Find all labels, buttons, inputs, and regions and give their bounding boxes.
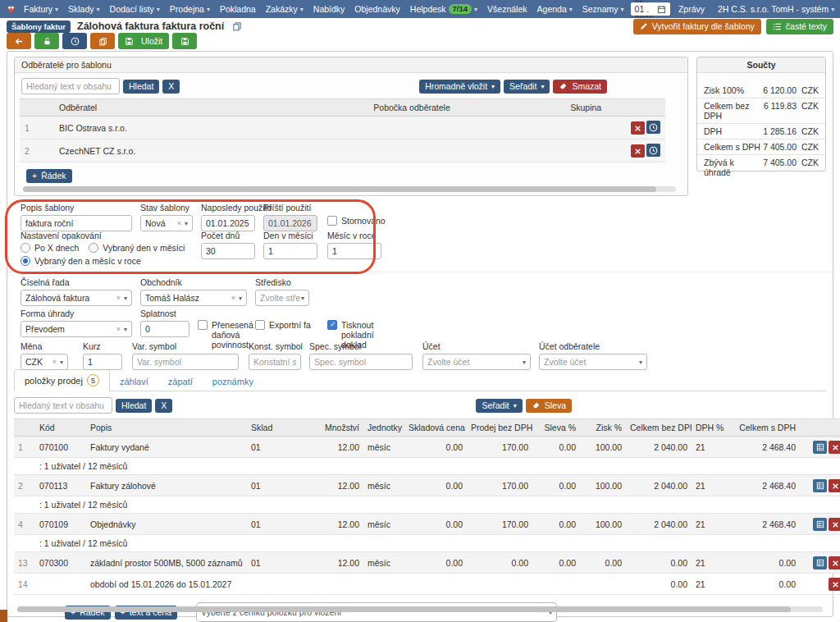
items-discount-button[interactable]: Sleva [526,399,572,413]
pocet-dnu-input[interactable] [201,243,255,259]
delete-row-button[interactable] [631,144,645,158]
nav-menu-sklady[interactable]: Sklady▾ [63,4,105,14]
app-logo-icon[interactable] [5,2,17,16]
date-picker[interactable]: 02 . 01 . 2026 [631,2,670,16]
item-detail-button[interactable] [813,479,827,492]
row-history-button[interactable] [646,144,660,157]
item-quantity: 12.00 [317,437,363,458]
nav-menu-helpdesk[interactable]: Helpdesk7/14▾ [405,4,482,14]
row-history-button[interactable] [646,121,660,134]
item-row[interactable]: 13070300základní prostor 500MB, 5000 záz… [14,552,840,574]
duplicate-button[interactable] [90,33,115,49]
konst-symbol-input[interactable] [249,354,301,370]
item-detail-button[interactable] [813,556,827,569]
customers-search-button[interactable]: Hledat [123,80,159,94]
customers-sort-button[interactable]: Seřadit ▾ [504,80,550,94]
item-row[interactable]: 1070100Faktury vydané0112.00měsíc0.00170… [14,437,840,458]
create-invoices-from-template-button[interactable]: Vytvořit faktury dle šablony [633,19,761,34]
pricelist-select[interactable]: Vyberte z ceníku položku pro vložení ▾ [196,602,557,622]
history-button[interactable] [62,33,87,49]
nav-menu-prodejna[interactable]: Prodejna▾ [165,4,215,14]
radio-den-v-mesici[interactable]: Vybraný den v měsíci [89,243,185,253]
customers-clear-search-button[interactable]: X [162,80,180,94]
save-alt-button[interactable] [172,33,197,49]
ucet-odberatele-select[interactable]: Zvolte účet ▾ [539,354,647,370]
customers-delete-button[interactable]: Smazat [553,80,607,94]
clear-icon[interactable]: × [116,325,121,333]
stav-sablony-select[interactable]: Nová ×▾ [140,215,193,231]
customer-name: CzechNET CZ s.r.o. [54,139,305,162]
den-v-mesici-input[interactable] [263,243,317,259]
customers-horizontal-scrollbar[interactable] [23,186,676,192]
nav-menu-zakázky[interactable]: Zakázky▾ [261,4,308,14]
items-search-button[interactable]: Hledat [116,399,152,413]
tab-poznámky[interactable]: poznámky [203,373,263,391]
nav-menu-agenda[interactable]: Agenda▾ [532,4,578,14]
delete-row-button[interactable] [829,556,840,569]
clear-icon[interactable]: × [177,219,181,227]
mesic-v-roce-input[interactable] [327,243,381,259]
delete-row-button[interactable] [829,518,840,531]
frequent-texts-button[interactable]: časté texty [766,19,833,34]
nav-menu-label: Pokladna [220,4,256,14]
bulk-insert-button[interactable]: Hromadně vložit ▾ [419,80,500,94]
item-detail-button[interactable] [813,441,827,454]
clear-icon[interactable]: × [231,294,235,302]
module-badge[interactable]: Šablony faktur [7,21,71,33]
customers-add-row-button[interactable]: + Řádek [26,169,72,183]
item-detail-button[interactable] [813,518,827,531]
customer-row[interactable]: 1BIC Ostrava s.r.o. [20,117,665,139]
delete-row-button[interactable] [829,578,840,591]
item-sale-price: 0.00 [467,552,532,574]
stredisko-select[interactable]: Zvolte stře... ▾ [255,290,309,306]
item-vat-rate: 21 [692,514,726,535]
nav-menu-dodací-listy[interactable]: Dodací listy▾ [105,4,165,14]
item-row[interactable]: 4070109Objednávky0112.00měsíc0.00170.000… [14,514,840,535]
radio-po-x-dnech[interactable]: Po X dnech [21,243,79,253]
items-clear-search-button[interactable]: X [155,399,172,413]
ciselna-rada-select[interactable]: Zálohová faktura ×▾ [21,290,132,306]
nav-user-menu[interactable]: 2H C.S. s.r.o. TomH - systém ▾ [713,4,839,14]
item-row[interactable]: 2070113Faktury zálohové0112.00měsíc0.001… [14,475,840,496]
clear-icon[interactable]: × [52,358,57,366]
naposledy-input[interactable] [201,215,255,231]
mena-select[interactable]: CZK ×▾ [21,354,68,370]
nav-menu-objednávky[interactable]: Objednávky [349,4,404,14]
exportni-checkbox[interactable]: Exportní fa [255,320,311,330]
back-button[interactable] [7,33,31,49]
delete-row-button[interactable] [631,121,645,135]
stornovano-checkbox[interactable]: Stornováno [327,216,386,226]
popis-sablony-input[interactable] [21,215,132,231]
copy-title-icon[interactable] [232,21,242,31]
nav-menu-všeználek[interactable]: Všeználek [482,4,532,14]
tab-záhlaví[interactable]: záhlaví [110,373,158,391]
nav-menu-faktury[interactable]: Faktury▾ [19,4,63,14]
items-search-input[interactable] [14,397,112,414]
nav-menu-seznamy[interactable]: Seznamy▾ [578,4,629,14]
kurz-input[interactable] [83,354,122,370]
item-row[interactable]: 14období od 15.01.2026 do 15.01.20270.00… [14,574,840,595]
splatnost-input[interactable] [140,321,189,337]
clear-icon[interactable]: × [116,294,121,302]
unlock-button[interactable] [34,33,59,49]
nav-menu-pokladna[interactable]: Pokladna [215,4,261,14]
ucet-select[interactable]: Zvolte účet ▾ [422,354,531,370]
delete-row-button[interactable] [829,441,840,454]
spec-symbol-input[interactable] [309,354,413,370]
totals-value: 6 119.83 [764,101,797,121]
items-sort-button[interactable]: Seřadit ▾ [476,399,522,413]
tab-zápatí[interactable]: zápatí [158,373,203,391]
nav-messages[interactable]: Zprávy [673,4,710,14]
customers-search-input[interactable] [21,78,120,94]
tab-položky-prodej[interactable]: položky prodej5 [14,369,110,391]
forma-uhrady-select[interactable]: Převodem ×▾ [21,321,132,337]
save-button[interactable]: Uložit [118,33,169,49]
obchodnik-select[interactable]: Tomáš Halász ×▾ [140,290,247,306]
nav-menu-nabídky[interactable]: Nabídky [308,4,350,14]
page-horizontal-scrollbar[interactable] [17,606,823,612]
radio-den-a-mesic-v-roce[interactable]: Vybraný den a měsíc v roce [21,256,185,266]
customer-row[interactable]: 2CzechNET CZ s.r.o. [20,139,665,162]
delete-row-button[interactable] [829,479,840,492]
stav-value: Nová [145,218,176,228]
var-symbol-input[interactable] [132,354,239,370]
